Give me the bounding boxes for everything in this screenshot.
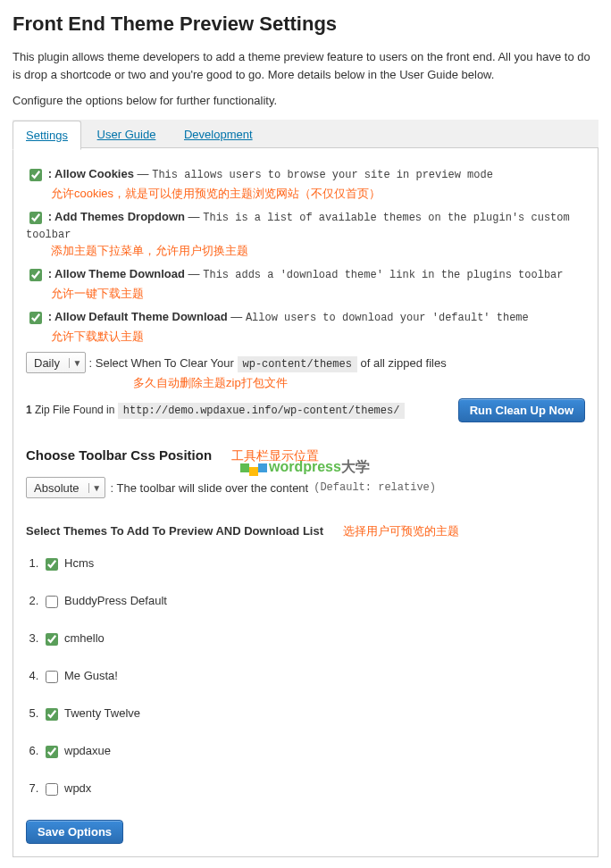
clear-frequency-value: Daily [27, 356, 69, 370]
default-download-annotation: 允许下载默认主题 [51, 329, 585, 345]
default-download-desc: Allow users to download your 'default' t… [246, 312, 529, 324]
theme-checkbox[interactable] [46, 746, 58, 758]
option-default-download: : Allow Default Theme Download — Allow u… [26, 309, 585, 327]
theme-checkbox[interactable] [46, 671, 58, 683]
list-item: wpdaxue [42, 743, 585, 761]
theme-label: wpdx [64, 781, 91, 795]
tab-bar: Settings User Guide Development [13, 120, 598, 148]
page-title: Front End Theme Preview Settings [13, 13, 598, 36]
list-item: Me Gusta! [42, 668, 585, 686]
tab-settings[interactable]: Settings [13, 121, 81, 150]
tab-development[interactable]: Development [172, 121, 265, 148]
list-item: Hcms [42, 555, 585, 573]
allow-cookies-label: : Allow Cookies [48, 167, 134, 180]
theme-label: Me Gusta! [64, 669, 118, 682]
dash: — [230, 310, 242, 323]
themes-section-title: Select Themes To Add To Preview AND Down… [26, 523, 585, 539]
allow-cookies-checkbox[interactable] [29, 169, 42, 181]
option-add-dropdown: : Add Themes Dropdown — This is a list o… [26, 209, 585, 241]
list-item: Twenty Twelve [42, 705, 585, 723]
theme-download-annotation: 允许一键下载主题 [51, 286, 585, 302]
theme-checkbox[interactable] [46, 633, 58, 646]
default-download-checkbox[interactable] [29, 312, 42, 324]
theme-download-checkbox[interactable] [29, 269, 42, 281]
option-theme-download: : Allow Theme Download — This adds a 'do… [26, 266, 585, 284]
zip-text: Zip File Found in [35, 404, 118, 416]
toolbar-annotation: 工具栏显示位置 [231, 448, 319, 463]
save-options-button[interactable]: Save Options [26, 820, 123, 844]
theme-checkbox[interactable] [46, 708, 58, 721]
chevron-down-icon: ▼ [88, 483, 105, 493]
dash: — [138, 167, 149, 180]
theme-label: Hcms [64, 556, 94, 570]
configure-text: Configure the options below for further … [13, 94, 598, 107]
theme-download-desc: This adds a 'download theme' link in the… [203, 269, 563, 281]
clear-path: wp-content/themes [238, 356, 357, 372]
list-item: BuddyPress Default [42, 593, 585, 611]
toolbar-position-select[interactable]: Absolute ▼ [26, 477, 105, 498]
toolbar-position-value: Absolute [27, 481, 88, 495]
add-dropdown-checkbox[interactable] [29, 212, 42, 224]
toolbar-desc: : The toolbar will slide over the conten… [111, 481, 309, 495]
theme-checkbox[interactable] [46, 783, 58, 796]
theme-label: cmhello [64, 631, 105, 645]
clear-label-suffix: of all zipped files [361, 356, 447, 370]
chevron-down-icon: ▼ [69, 358, 85, 368]
plugin-description: This plugin allows theme developers to a… [13, 48, 598, 83]
tab-user-guide[interactable]: User Guide [85, 121, 169, 148]
list-item: wpdx [42, 780, 585, 798]
settings-panel: : Allow Cookies — This allows users to b… [13, 148, 598, 857]
themes-annotation: 选择用户可预览的主题 [343, 524, 459, 538]
clear-label-prefix: : Select When To Clear Your [89, 356, 238, 370]
theme-label: wpdaxue [64, 744, 111, 757]
clear-frequency-select[interactable]: Daily ▼ [26, 352, 86, 373]
zip-path: http://demo.wpdaxue.info/wp-content/them… [118, 403, 406, 419]
add-dropdown-annotation: 添加主题下拉菜单，允许用户切换主题 [51, 243, 585, 259]
theme-label: Twenty Twelve [64, 706, 140, 720]
allow-cookies-annotation: 允许cookies，就是可以使用预览的主题浏览网站（不仅仅首页） [51, 186, 585, 202]
toolbar-default: (Default: relative) [314, 481, 436, 494]
theme-download-label: : Allow Theme Download [48, 267, 185, 280]
list-item: cmhello [42, 630, 585, 648]
allow-cookies-desc: This allows users to browse your site in… [152, 169, 493, 181]
zip-count: 1 [26, 404, 32, 416]
add-dropdown-label: : Add Themes Dropdown [48, 210, 185, 223]
theme-label: BuddyPress Default [64, 594, 167, 607]
themes-list: Hcms BuddyPress Default cmhello Me Gusta… [26, 555, 585, 798]
dash: — [188, 267, 200, 280]
dash: — [188, 210, 200, 223]
theme-checkbox[interactable] [46, 596, 58, 608]
toolbar-section-title: Choose Toolbar Css Position 工具栏显示位置 [26, 447, 585, 464]
clear-annotation: 多久自动删除主题zip打包文件 [133, 375, 585, 391]
default-download-label: : Allow Default Theme Download [48, 310, 228, 323]
option-allow-cookies: : Allow Cookies — This allows users to b… [26, 166, 585, 184]
theme-checkbox[interactable] [46, 558, 58, 571]
run-cleanup-button[interactable]: Run Clean Up Now [458, 398, 585, 422]
